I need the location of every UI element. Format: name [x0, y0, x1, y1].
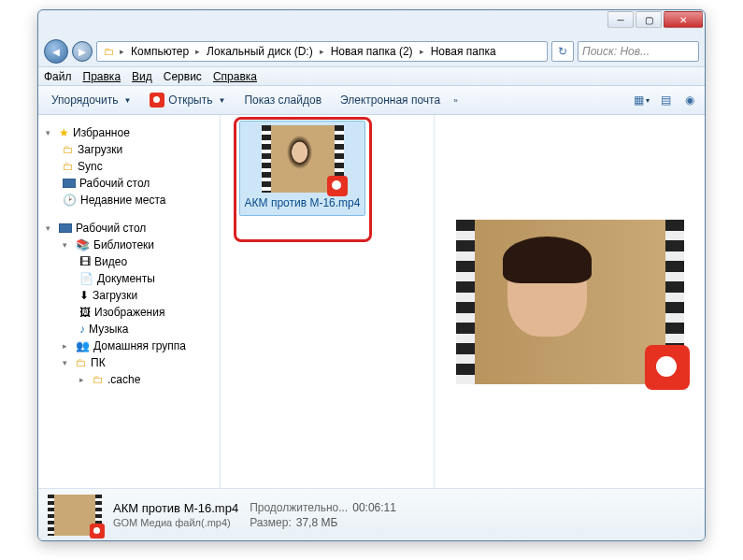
file-name: АКМ против М-16.mp4 [244, 196, 361, 211]
organize-button[interactable]: Упорядочить▼ [44, 91, 138, 109]
breadcrumb-part[interactable]: Локальный диск (D:) [204, 44, 316, 59]
detail-filename: АКМ против М-16.mp4 [113, 501, 238, 515]
details-pane: АКМ против М-16.mp4 GOM Медиа файл(.mp4)… [38, 488, 705, 540]
nav-bar: ◄ ► 🗀 ▸ Компьютер ▸ Локальный диск (D:) … [38, 36, 705, 66]
menu-help[interactable]: Справка [213, 70, 257, 83]
forward-button[interactable]: ► [72, 41, 93, 62]
desktop-icon [63, 179, 76, 188]
preview-pane [434, 115, 705, 488]
chevron-down-icon: ▼ [123, 96, 131, 105]
tree-video[interactable]: 🎞Видео [42, 253, 216, 270]
folder-icon: 🗀 [101, 44, 116, 59]
address-bar[interactable]: 🗀 ▸ Компьютер ▸ Локальный диск (D:) ▸ Но… [96, 41, 548, 62]
file-item[interactable]: АКМ против М-16.mp4 [239, 121, 365, 216]
folder-icon: 🗀 [93, 373, 104, 386]
collapse-icon[interactable]: ▾ [63, 240, 72, 250]
chevron-right-icon: ▸ [420, 47, 424, 56]
expand-icon[interactable]: ▸ [79, 375, 89, 384]
music-icon: ♪ [79, 323, 85, 336]
chevron-down-icon: ▼ [218, 96, 225, 105]
open-button[interactable]: Открыть▼ [142, 90, 233, 110]
libraries-icon: 📚 [76, 238, 90, 251]
collapse-icon[interactable]: ▾ [46, 128, 55, 137]
tree-pc[interactable]: ▾🗀ПК [42, 354, 216, 371]
tree-downloads[interactable]: 🗀Загрузки [42, 141, 216, 158]
video-icon: 🎞 [79, 255, 91, 268]
tree-favorites[interactable]: ▾ ★ Избранное [42, 124, 216, 141]
chevron-right-icon: ▸ [120, 47, 124, 56]
search-placeholder: Поиск: Нов... [582, 45, 650, 58]
tree-homegroup[interactable]: ▸👥Домашняя группа [42, 337, 216, 354]
folder-icon: 🗀 [63, 143, 74, 156]
duration-label: Продолжительно... [250, 501, 348, 514]
breadcrumb-root[interactable]: Компьютер [128, 44, 192, 59]
menu-view[interactable]: Вид [132, 70, 152, 83]
download-icon: ⬇ [79, 289, 89, 302]
tree-music[interactable]: ♪Музыка [42, 321, 216, 337]
titlebar: ─ ▢ ✕ [38, 10, 705, 36]
preview-thumbnail [456, 220, 684, 384]
command-bar: Упорядочить▼ Открыть▼ Показ слайдов Элек… [38, 85, 705, 115]
collapse-icon[interactable]: ▾ [63, 358, 72, 367]
video-thumbnail [262, 125, 344, 193]
search-input[interactable]: Поиск: Нов... [578, 41, 699, 62]
tree-cache[interactable]: ▸🗀.cache [42, 371, 216, 388]
nav-tree: ▾ ★ Избранное 🗀Загрузки 🗀Sync Рабочий ст… [38, 115, 221, 488]
chevron-right-icon: ▸ [195, 47, 200, 56]
star-icon: ★ [59, 126, 69, 139]
tree-downloads-lib[interactable]: ⬇Загрузки [42, 287, 216, 304]
menu-edit[interactable]: Правка [83, 70, 121, 83]
gom-overlay-icon [90, 524, 105, 538]
maximize-button[interactable]: ▢ [636, 11, 662, 28]
breadcrumb-part[interactable]: Новая папка [428, 44, 499, 59]
recent-icon: 🕑 [63, 194, 77, 207]
email-button[interactable]: Электронная почта [333, 91, 448, 109]
duration-value: 00:06:11 [352, 501, 396, 514]
tree-sync[interactable]: 🗀Sync [42, 158, 216, 175]
size-value: 37,8 МБ [296, 516, 338, 529]
collapse-icon[interactable]: ▾ [46, 223, 55, 233]
close-button[interactable]: ✕ [664, 11, 703, 28]
tree-documents[interactable]: 📄Документы [42, 270, 216, 287]
overflow-icon[interactable]: » [453, 96, 457, 105]
folder-icon: 🗀 [63, 160, 74, 173]
chevron-right-icon: ▸ [320, 47, 324, 56]
size-label: Размер: [250, 516, 292, 529]
minimize-button[interactable]: ─ [607, 11, 634, 28]
slideshow-button[interactable]: Показ слайдов [236, 91, 329, 109]
tree-images[interactable]: 🖼Изображения [42, 304, 216, 321]
gom-overlay-icon [327, 176, 348, 196]
folder-icon: 🗀 [76, 356, 87, 369]
document-icon: 📄 [79, 272, 93, 285]
menu-bar: Файл Правка Вид Сервис Справка [38, 66, 705, 85]
view-options-button[interactable]: ▦▾ [632, 91, 650, 109]
menu-file[interactable]: Файл [44, 70, 72, 83]
homegroup-icon: 👥 [76, 339, 90, 352]
breadcrumb-part[interactable]: Новая папка (2) [328, 44, 416, 59]
detail-thumbnail [48, 495, 102, 536]
tree-desktop[interactable]: ▾ Рабочий стол [42, 220, 216, 237]
back-button[interactable]: ◄ [44, 39, 68, 64]
desktop-icon [59, 223, 72, 233]
image-icon: 🖼 [79, 306, 91, 319]
menu-tools[interactable]: Сервис [164, 70, 202, 83]
refresh-button[interactable]: ↻ [551, 41, 574, 62]
gom-icon [150, 93, 164, 108]
expand-icon[interactable]: ▸ [63, 341, 72, 351]
explorer-window: ─ ▢ ✕ ◄ ► 🗀 ▸ Компьютер ▸ Локальный диск… [37, 9, 706, 541]
detail-filetype: GOM Медиа файл(.mp4) [113, 517, 238, 528]
help-button[interactable]: ◉ [680, 91, 699, 109]
tree-desktop-fav[interactable]: Рабочий стол [42, 175, 216, 192]
tree-recent[interactable]: 🕑Недавние места [42, 192, 216, 208]
preview-pane-button[interactable]: ▤ [656, 91, 675, 109]
file-list[interactable]: АКМ против М-16.mp4 [221, 115, 434, 488]
tree-libraries[interactable]: ▾ 📚Библиотеки [42, 237, 216, 253]
gom-overlay-icon [645, 345, 690, 390]
